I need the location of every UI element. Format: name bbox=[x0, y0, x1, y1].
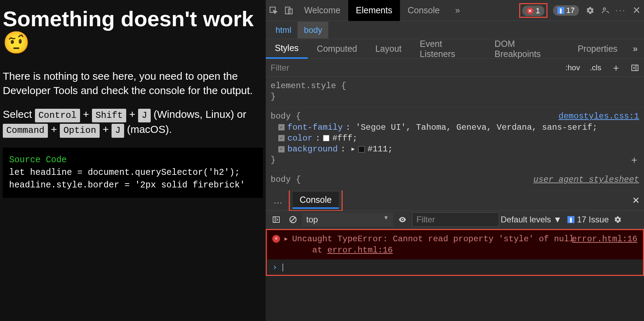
styles-filter-input[interactable]: Filter bbox=[266, 63, 560, 73]
subtab-dom-breakpoints[interactable]: DOM Breakpoints bbox=[486, 39, 569, 59]
crumb-body[interactable]: body bbox=[298, 22, 328, 38]
checkbox-icon[interactable]: ✓ bbox=[278, 124, 285, 130]
svg-rect-2 bbox=[288, 9, 292, 14]
rule-element-style[interactable]: element.style { } bbox=[266, 77, 644, 107]
rule-source-link[interactable]: demostyles.css:1 bbox=[559, 111, 639, 122]
kbd-j2: J bbox=[112, 124, 124, 137]
rule-body-ua: user agent stylesheet body { bbox=[266, 171, 644, 190]
clear-console-icon[interactable] bbox=[285, 215, 301, 224]
text-cursor bbox=[282, 264, 283, 271]
kbd-control: Control bbox=[35, 109, 80, 122]
error-text: Uncaught TypeError: Cannot read property… bbox=[292, 234, 574, 244]
element-style-close: } bbox=[271, 91, 639, 102]
expand-icon[interactable]: ▸ bbox=[284, 234, 288, 256]
console-toolbar: top Filter Default levels ▼ ❚ 17 Issue bbox=[266, 211, 644, 229]
issues-count: 17 bbox=[566, 6, 575, 15]
drawer-tab-console[interactable]: Console bbox=[293, 192, 339, 209]
kbd-j: J bbox=[138, 109, 151, 122]
console-drawer: … Console ✕ top Filter Default levels ▼ … bbox=[266, 191, 644, 321]
kbd-option: Option bbox=[60, 124, 100, 137]
cls-button[interactable]: .cls bbox=[585, 63, 606, 72]
svg-rect-4 bbox=[632, 65, 638, 71]
subtab-more[interactable]: » bbox=[627, 39, 644, 59]
console-settings-icon[interactable] bbox=[610, 215, 625, 224]
kbd-shift: Shift bbox=[92, 109, 126, 122]
webpage-pane: Something doesn't work 🤨 There is nothin… bbox=[0, 0, 266, 321]
toggle-sidebar-icon[interactable] bbox=[626, 64, 644, 72]
console-tab-highlight: Console bbox=[289, 190, 343, 211]
element-style-selector: element.style { bbox=[271, 80, 639, 91]
error-count-highlight: ✕ 1 bbox=[519, 3, 547, 18]
console-error-message[interactable]: ✕ ▸ Uncaught TypeError: Cannot read prop… bbox=[267, 230, 643, 260]
close-devtools-icon[interactable]: ✕ bbox=[629, 3, 644, 18]
devtools-panel: Welcome Elements Console » ✕ 1 ❚ 17 ··· … bbox=[266, 0, 644, 321]
console-prompt[interactable]: › bbox=[267, 259, 643, 275]
error-source-link[interactable]: error.html:16 bbox=[572, 234, 637, 245]
log-levels-select[interactable]: Default levels ▼ bbox=[501, 215, 562, 224]
styles-filter-row: Filter :hov .cls ＋ bbox=[266, 59, 644, 77]
add-property-icon[interactable]: ＋ bbox=[629, 154, 639, 167]
error-icon: ✕ bbox=[272, 235, 280, 243]
body-close: } bbox=[271, 155, 639, 165]
subtab-layout[interactable]: Layout bbox=[366, 39, 410, 59]
error-count: 1 bbox=[536, 6, 540, 15]
subtab-listeners[interactable]: Event Listeners bbox=[411, 39, 486, 59]
svg-rect-1 bbox=[285, 7, 290, 14]
error-count-badge[interactable]: ✕ 1 bbox=[522, 6, 544, 16]
toggle-sidebar-icon[interactable] bbox=[269, 215, 284, 224]
issues-icon: ❚ bbox=[557, 7, 564, 14]
settings-icon[interactable] bbox=[582, 3, 598, 18]
new-rule-button[interactable]: ＋ bbox=[606, 61, 626, 74]
page-title: Something doesn't work 🤨 bbox=[3, 7, 263, 55]
svg-rect-6 bbox=[273, 217, 279, 222]
console-tabbar: … Console ✕ bbox=[266, 191, 644, 211]
shortcut-pre: Select bbox=[3, 108, 35, 120]
kbd-command: Command bbox=[3, 124, 48, 137]
svg-point-3 bbox=[603, 8, 606, 10]
live-expression-icon[interactable] bbox=[394, 215, 410, 224]
checkbox-icon[interactable]: ✓ bbox=[278, 135, 285, 141]
crumb-html[interactable]: html bbox=[269, 22, 298, 38]
issues-link[interactable]: ❚ 17 Issue bbox=[567, 215, 609, 224]
devtools-topbar: Welcome Elements Console » ✕ 1 ❚ 17 ··· … bbox=[266, 0, 644, 21]
subtab-computed[interactable]: Computed bbox=[308, 39, 366, 59]
styles-tab-bar: Styles Computed Layout Event Listeners D… bbox=[266, 39, 644, 59]
issues-icon: ❚ bbox=[567, 216, 574, 223]
svg-line-9 bbox=[291, 217, 295, 222]
prop-font-family[interactable]: ✓ font-family: 'Segoe UI', Tahoma, Genev… bbox=[271, 122, 639, 133]
subtab-properties[interactable]: Properties bbox=[568, 39, 627, 59]
prop-background[interactable]: ✓ background: ▸ #111; bbox=[271, 144, 639, 155]
shortcut-text: Select Control + Shift + J (Windows, Lin… bbox=[3, 107, 263, 137]
inspect-element-icon[interactable] bbox=[266, 3, 281, 18]
code-header: Source Code bbox=[9, 155, 67, 165]
tab-welcome[interactable]: Welcome bbox=[296, 0, 348, 21]
tabs-more[interactable]: » bbox=[448, 0, 468, 21]
issues-badge[interactable]: ❚ 17 bbox=[553, 5, 579, 16]
color-swatch-icon[interactable] bbox=[358, 146, 365, 152]
feedback-icon[interactable] bbox=[598, 3, 613, 18]
prompt-chevron-icon: › bbox=[272, 262, 277, 272]
tab-console[interactable]: Console bbox=[400, 0, 448, 21]
color-swatch-icon[interactable] bbox=[323, 135, 329, 141]
rule-body[interactable]: demostyles.css:1 body { ✓ font-family: '… bbox=[266, 107, 644, 171]
tab-elements[interactable]: Elements bbox=[348, 0, 400, 21]
subtab-styles[interactable]: Styles bbox=[266, 39, 308, 59]
more-menu-icon[interactable]: ··· bbox=[613, 3, 629, 18]
drawer-menu-icon[interactable]: … bbox=[270, 195, 286, 206]
code-line-2: headline.style.border = '2px solid fireb… bbox=[9, 180, 245, 190]
intro-text: There is nothing to see here, you need t… bbox=[3, 69, 263, 98]
context-select[interactable]: top bbox=[302, 213, 393, 227]
console-filter-input[interactable]: Filter bbox=[412, 212, 499, 227]
error-stack-link[interactable]: error.html:16 bbox=[327, 245, 393, 255]
prop-color[interactable]: ✓ color: #fff; bbox=[271, 133, 639, 144]
console-error-highlight: ✕ ▸ Uncaught TypeError: Cannot read prop… bbox=[266, 229, 644, 276]
code-line-1: let headline = document.querySelector('h… bbox=[9, 167, 240, 178]
ua-stylesheet-label: user agent stylesheet bbox=[534, 174, 639, 185]
checkbox-icon[interactable]: ✓ bbox=[278, 146, 285, 152]
close-drawer-icon[interactable]: ✕ bbox=[632, 195, 640, 206]
dom-breadcrumbs: html body bbox=[266, 21, 644, 39]
error-icon: ✕ bbox=[527, 7, 534, 14]
hov-button[interactable]: :hov bbox=[560, 63, 585, 72]
source-code-block: Source Code let headline = document.quer… bbox=[3, 148, 263, 198]
device-toolbar-icon[interactable] bbox=[281, 3, 296, 18]
